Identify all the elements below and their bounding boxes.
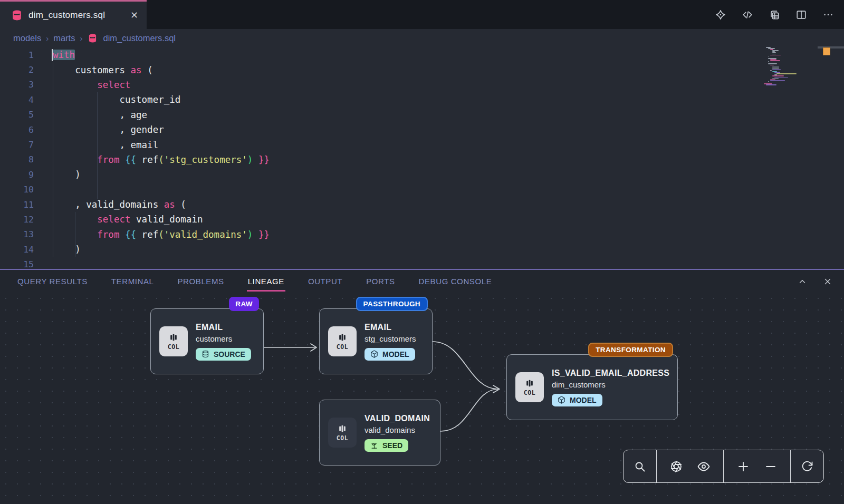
breadcrumb-item-marts[interactable]: marts — [53, 33, 75, 43]
toolbar-group — [624, 450, 656, 482]
code-line[interactable]: 8 from {{ ref('stg_customers') }} — [0, 152, 844, 167]
tab-title: dim_customers.sql — [28, 10, 105, 21]
node-body: EMAILcustomersSOURCE — [196, 323, 251, 361]
eye-icon[interactable] — [696, 459, 712, 474]
minimap-line — [772, 54, 776, 55]
zoom-out-icon[interactable] — [763, 459, 779, 474]
edge-stg-to-dim — [433, 342, 498, 389]
minimap-line — [768, 81, 769, 82]
refresh-icon[interactable] — [799, 459, 815, 474]
node-body: VALID_DOMAINvalid_domainsSEED — [365, 414, 430, 452]
dbt-icon[interactable] — [714, 8, 727, 21]
line-number: 7 — [0, 140, 34, 150]
line-number: 9 — [0, 170, 34, 180]
panel-tab-output[interactable]: OUTPUT — [308, 277, 342, 286]
tab-dim-customers[interactable]: dim_customers.sql ✕ — [0, 0, 147, 29]
line-text: ) — [53, 244, 81, 255]
code-line[interactable]: 6 , gender — [0, 122, 844, 137]
code-line[interactable]: 13 from {{ ref('valid_domains') }} — [0, 227, 844, 242]
aperture-icon[interactable] — [668, 459, 684, 474]
code-line[interactable]: 9 ) — [0, 167, 844, 182]
line-text: from {{ ref('valid_domains') }} — [53, 229, 270, 240]
panel-tab-terminal[interactable]: TERMINAL — [111, 277, 154, 286]
panel-tab-lineage[interactable]: LINEAGE — [248, 277, 284, 286]
type-badge-model: MODEL — [552, 394, 602, 406]
panel-tab-ports[interactable]: PORTS — [366, 277, 395, 286]
line-number: 11 — [0, 200, 34, 210]
more-icon[interactable] — [822, 8, 835, 21]
code-line[interactable]: 7 , email — [0, 137, 844, 152]
line-text: , gender — [53, 124, 164, 135]
copy-table-icon[interactable] — [768, 8, 781, 21]
line-number: 3 — [0, 80, 34, 90]
database-icon — [88, 34, 97, 43]
code-line[interactable]: 5 , age — [0, 108, 844, 122]
minimap-line — [770, 80, 785, 81]
toolbar-group — [790, 450, 823, 482]
minimap-line — [768, 61, 769, 62]
panel-tab-query-results[interactable]: QUERY RESULTS — [17, 277, 88, 286]
panel-tab-problems[interactable]: PROBLEMS — [178, 277, 224, 286]
lineage-node-customers[interactable]: COLEMAILcustomersSOURCE — [150, 308, 264, 374]
code-line[interactable]: 3 select — [0, 77, 844, 92]
minimap-line — [774, 77, 788, 78]
node-subtitle: dim_customers — [552, 380, 669, 389]
line-number: 14 — [0, 245, 34, 255]
close-icon[interactable] — [823, 277, 832, 286]
line-number: 15 — [0, 259, 34, 269]
code-line[interactable]: 12 select valid_domain — [0, 212, 844, 227]
indent-guide — [53, 62, 53, 257]
code-editor[interactable]: 1with2 customers as (3 select4 customer_… — [0, 47, 844, 269]
minimap-line — [776, 73, 797, 74]
code-icon[interactable] — [741, 8, 754, 21]
minimap-line — [768, 63, 777, 64]
panel-tab-debug-console[interactable]: DEBUG CONSOLE — [419, 277, 492, 286]
zoom-in-icon[interactable] — [735, 459, 751, 474]
code-line[interactable]: 15 — [0, 257, 844, 269]
category-badge-passthrough: PASSTHROUGH — [356, 297, 428, 311]
minimap-line — [770, 70, 772, 71]
type-badge-model: MODEL — [365, 348, 415, 361]
line-text: customers as ( — [53, 65, 153, 75]
breadcrumb-item-models[interactable]: models — [13, 33, 41, 43]
split-editor-icon[interactable] — [795, 8, 808, 21]
code-line[interactable]: 14 ) — [0, 242, 844, 257]
code-line[interactable]: 10 — [0, 182, 844, 197]
lineage-node-valid_domains[interactable]: COLVALID_DOMAINvalid_domainsSEED — [319, 400, 440, 466]
line-number: 1 — [0, 50, 34, 60]
breadcrumb-item-file[interactable]: dim_customers.sql — [103, 33, 176, 43]
minimap-line — [766, 84, 776, 85]
code-line[interactable]: 4 customer_id — [0, 92, 844, 107]
database-icon — [12, 10, 22, 21]
lineage-toolbar — [623, 450, 824, 483]
line-number: 10 — [0, 185, 34, 195]
overview-ruler-marker — [823, 47, 830, 55]
tab-close-icon[interactable]: ✕ — [130, 11, 138, 20]
search-icon[interactable] — [632, 459, 648, 474]
editor-tab-bar: dim_customers.sql ✕ — [0, 0, 844, 29]
line-text: , email — [53, 140, 158, 150]
node-title: VALID_DOMAIN — [365, 414, 430, 423]
toolbar-group — [656, 450, 723, 482]
node-title: EMAIL — [196, 323, 251, 332]
category-badge-raw: RAW — [229, 297, 259, 311]
code-line[interactable]: 11 , valid_domains as ( — [0, 197, 844, 212]
lineage-canvas[interactable]: COLEMAILcustomersSOURCERAWCOLEMAILstg_cu… — [0, 293, 844, 504]
col-label: COL — [337, 343, 348, 351]
text-cursor — [52, 49, 53, 61]
minimap-line — [772, 66, 779, 67]
lineage-node-stg_customers[interactable]: COLEMAILstg_customersMODEL — [319, 308, 433, 374]
node-title: IS_VALID_EMAIL_ADDRESS — [552, 369, 669, 378]
line-text: with — [53, 50, 75, 60]
chevron-up-icon[interactable] — [798, 277, 807, 286]
minimap-line — [768, 56, 769, 57]
node-subtitle: stg_customers — [365, 334, 416, 343]
line-number: 13 — [0, 229, 34, 239]
code-line[interactable]: 1with — [0, 47, 844, 62]
lineage-node-dim_customers[interactable]: COLIS_VALID_EMAIL_ADDRESSdim_customersMO… — [506, 354, 678, 420]
code-line[interactable]: 2 customers as ( — [0, 62, 844, 77]
line-text: , valid_domains as ( — [53, 199, 186, 210]
line-text: , age — [53, 110, 147, 120]
breadcrumb: models › marts › dim_customers.sql — [0, 29, 844, 47]
minimap[interactable] — [764, 47, 808, 85]
